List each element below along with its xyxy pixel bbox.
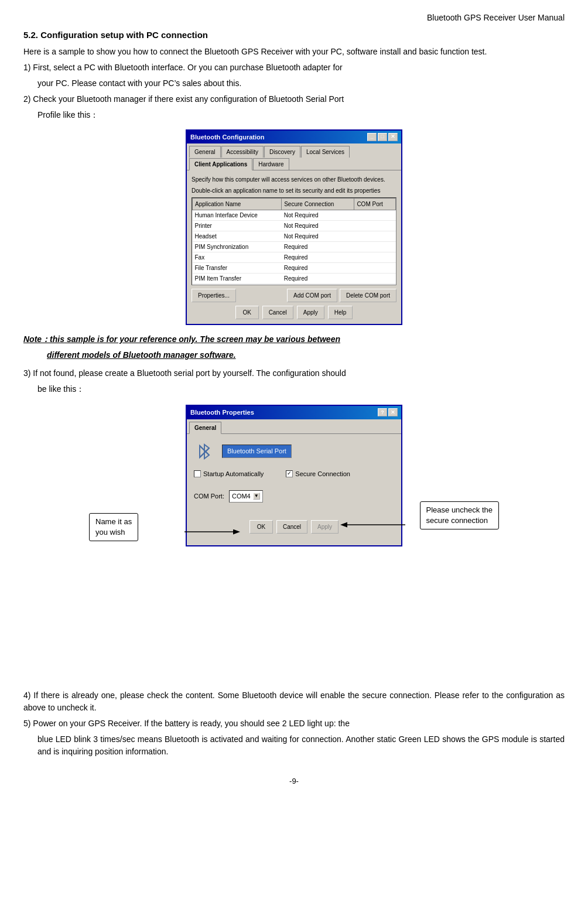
secure-conn: Required bbox=[282, 274, 354, 284]
callout-uncheck: Please uncheck the secure connection bbox=[420, 501, 499, 529]
app-table: Application Name Secure Connection COM P… bbox=[192, 198, 396, 285]
help-button[interactable]: Help bbox=[328, 306, 353, 319]
props-minimize-btn[interactable]: ? bbox=[378, 408, 387, 416]
step3b: be like this： bbox=[37, 383, 565, 395]
com-port-label: COM Port: bbox=[194, 491, 224, 501]
table-row[interactable]: Dial-up Networking Required bbox=[193, 284, 396, 286]
tab-props-general[interactable]: General bbox=[189, 422, 221, 434]
app-name: PIM Item Transfer bbox=[193, 274, 282, 284]
config-desc2: Double-click an application name to set … bbox=[192, 186, 396, 195]
startup-label: Startup Automatically bbox=[203, 469, 264, 479]
table-body: Human Interface Device Not Required Prin… bbox=[193, 210, 396, 286]
com-port bbox=[354, 210, 396, 221]
com-port bbox=[354, 284, 396, 286]
com-port-dropdown[interactable]: COM4 ▼ bbox=[229, 490, 263, 503]
app-name: Headset bbox=[193, 231, 282, 242]
com-port-value: COM4 bbox=[232, 491, 251, 501]
config-title: Bluetooth Configuration bbox=[190, 132, 264, 142]
com-port bbox=[354, 274, 396, 284]
bluetooth-svg bbox=[195, 441, 214, 462]
serial-port-label: Bluetooth Serial Port bbox=[222, 445, 292, 458]
props-ok-button[interactable]: OK bbox=[249, 520, 273, 534]
secure-conn: Required bbox=[282, 263, 354, 274]
com-port bbox=[354, 252, 396, 263]
app-name: Fax bbox=[193, 252, 282, 263]
cancel-button[interactable]: Cancel bbox=[262, 306, 293, 319]
page-number: -9- bbox=[289, 777, 299, 785]
table-row[interactable]: PIM Synchronization Required bbox=[193, 242, 396, 252]
props-cancel-button[interactable]: Cancel bbox=[276, 520, 307, 534]
page-footer: -9- bbox=[23, 775, 565, 787]
config-titlebar: Bluetooth Configuration _ □ ✕ bbox=[187, 131, 401, 144]
secure-label: Secure Connection bbox=[295, 469, 350, 479]
apply-button[interactable]: Apply bbox=[297, 306, 324, 319]
tab-discovery[interactable]: Discovery bbox=[264, 146, 300, 158]
delete-com-port-button[interactable]: Delete COM port bbox=[340, 289, 396, 302]
step4: 4) If there is already one, please check… bbox=[23, 689, 565, 714]
secure-checkbox-label[interactable]: Secure Connection bbox=[286, 469, 350, 479]
props-apply-button[interactable]: Apply bbox=[311, 520, 339, 534]
com-port-row: COM Port: COM4 ▼ bbox=[194, 490, 394, 503]
com-port bbox=[354, 242, 396, 252]
props-title: Bluetooth Properties bbox=[190, 408, 254, 418]
props-footer-buttons: OK Cancel Apply bbox=[194, 520, 394, 538]
secure-conn: Required bbox=[282, 252, 354, 263]
table-row[interactable]: Human Interface Device Not Required bbox=[193, 210, 396, 221]
tab-hardware[interactable]: Hardware bbox=[253, 158, 289, 170]
table-row[interactable]: Headset Not Required bbox=[193, 231, 396, 242]
app-name: PIM Synchronization bbox=[193, 242, 282, 252]
note-indent: different models of Bluetooth manager so… bbox=[47, 349, 565, 361]
config-footer-buttons: OK Cancel Apply Help bbox=[192, 306, 396, 319]
callout-uncheck-text: Please uncheck the secure connection bbox=[426, 505, 493, 525]
tab-local-services[interactable]: Local Services bbox=[301, 146, 350, 158]
manual-title: Bluetooth GPS Receiver User Manual bbox=[427, 13, 565, 22]
add-com-port-button[interactable]: Add COM port bbox=[287, 289, 337, 302]
callout-name-it-text: Name it as you wish bbox=[95, 517, 132, 536]
table-row[interactable]: PIM Item Transfer Required bbox=[193, 274, 396, 284]
step2: 2) Check your Bluetooth manager if there… bbox=[23, 93, 565, 105]
col-secure-conn: Secure Connection bbox=[282, 199, 354, 210]
secure-checkbox[interactable] bbox=[286, 470, 293, 477]
table-row[interactable]: File Transfer Required bbox=[193, 263, 396, 274]
step2b: Profile like this： bbox=[37, 109, 565, 121]
maximize-button[interactable]: □ bbox=[378, 133, 387, 141]
com-port bbox=[354, 231, 396, 242]
ok-button[interactable]: OK bbox=[235, 306, 259, 319]
table-row[interactable]: Printer Not Required bbox=[193, 221, 396, 231]
tab-general[interactable]: General bbox=[189, 146, 221, 158]
col-app-name: Application Name bbox=[193, 199, 282, 210]
props-tabs: General bbox=[187, 419, 401, 434]
config-body: Specify how this computer will access se… bbox=[187, 170, 401, 324]
tab-client-applications[interactable]: Client Applications bbox=[189, 158, 252, 170]
properties-button[interactable]: Properties... bbox=[192, 289, 236, 302]
props-close-btn[interactable]: ✕ bbox=[388, 408, 398, 416]
secure-conn: Not Required bbox=[282, 231, 354, 242]
bluetooth-icon bbox=[194, 441, 215, 462]
bluetooth-config-window: Bluetooth Configuration _ □ ✕ General Ac… bbox=[186, 129, 402, 326]
startup-checkbox[interactable] bbox=[194, 470, 201, 477]
com-port bbox=[354, 221, 396, 231]
page-header: Bluetooth GPS Receiver User Manual bbox=[23, 12, 565, 24]
config-desc1: Specify how this computer will access se… bbox=[192, 175, 396, 184]
com-port bbox=[354, 263, 396, 274]
app-name: Dial-up Networking bbox=[193, 284, 282, 286]
step1: 1) First, select a PC with Bluetooth int… bbox=[23, 61, 565, 74]
table-row[interactable]: Fax Required bbox=[193, 252, 396, 263]
close-button[interactable]: ✕ bbox=[388, 133, 398, 141]
app-name: File Transfer bbox=[193, 263, 282, 274]
section-para1: Here is a sample to show you how to conn… bbox=[23, 46, 565, 58]
props-titlebar-buttons: ? ✕ bbox=[378, 408, 398, 416]
props-icon-row: Bluetooth Serial Port bbox=[194, 441, 394, 462]
minimize-button[interactable]: _ bbox=[367, 133, 377, 141]
screenshot2-wrapper: Name it as you wish Please uncheck the s… bbox=[89, 399, 499, 680]
props-body: Bluetooth Serial Port Startup Automatica… bbox=[187, 434, 401, 545]
secure-conn: Not Required bbox=[282, 221, 354, 231]
secure-conn: Required bbox=[282, 242, 354, 252]
bluetooth-properties-window: Bluetooth Properties ? ✕ General bbox=[186, 405, 402, 546]
startup-checkbox-label[interactable]: Startup Automatically bbox=[194, 469, 264, 479]
bt-props-window: Bluetooth Properties ? ✕ General bbox=[186, 405, 402, 546]
app-name: Printer bbox=[193, 221, 282, 231]
tab-accessibility[interactable]: Accessibility bbox=[221, 146, 264, 158]
col-com-port: COM Port bbox=[354, 199, 396, 210]
dropdown-arrow-icon[interactable]: ▼ bbox=[253, 493, 260, 500]
